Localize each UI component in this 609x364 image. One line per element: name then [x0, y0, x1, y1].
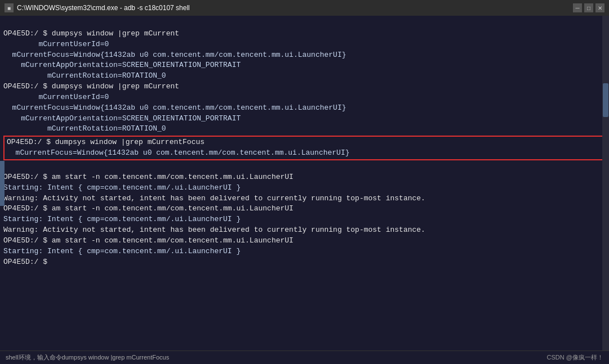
line-13: OP4E5D:/ $ am start -n com.tencent.mm/co…: [3, 173, 294, 181]
scrollbar-vertical[interactable]: [602, 16, 609, 350]
line-20: Starting: Intent { cmp=com.tencent.mm/.u…: [3, 247, 241, 255]
line-4: mCurrentAppOrientation=SCREEN_ORIENTATIO…: [3, 61, 241, 69]
title-bar-text: C:\WINDOWS\system32\cmd.exe - adb -s c18…: [17, 4, 570, 12]
title-bar: ■ C:\WINDOWS\system32\cmd.exe - adb -s c…: [0, 0, 609, 16]
scrollbar-thumb[interactable]: [603, 83, 608, 117]
close-button[interactable]: ✕: [595, 3, 604, 12]
window-icon: ■: [5, 3, 14, 12]
line-11: OP4E5D:/ $ dumpsys window |grep mCurrent…: [7, 138, 205, 146]
scrollbar-left-indicator: [0, 161, 5, 206]
line-12: mCurrentFocus=Window{11432ab u0 com.tenc…: [7, 149, 350, 157]
title-bar-controls: ─ □ ✕: [573, 3, 604, 12]
maximize-button[interactable]: □: [584, 3, 593, 12]
line-6: OP4E5D:/ $ dumpsys window |grep mCurrent: [3, 82, 179, 91]
status-hint: shell环境，输入命令dumpsys window |grep mCurren…: [6, 353, 547, 362]
watermark: CSDN @像疯一样！: [547, 353, 603, 362]
terminal-content: OP4E5D:/ $ dumpsys window |grep mCurrent…: [3, 18, 606, 278]
line-3: mCurrentFocus=Window{11432ab u0 com.tenc…: [3, 51, 346, 59]
line-16: OP4E5D:/ $ am start -n com.tencent.mm/co…: [3, 204, 294, 213]
line-15: Warning: Activity not started, intent ha…: [3, 194, 425, 203]
line-8: mCurrentFocus=Window{11432ab u0 com.tenc…: [3, 104, 346, 112]
line-21: OP4E5D:/ $: [3, 258, 47, 266]
line-1: OP4E5D:/ $ dumpsys window |grep mCurrent: [3, 29, 179, 38]
line-19: OP4E5D:/ $ am start -n com.tencent.mm/co…: [3, 236, 294, 245]
line-14: Starting: Intent { cmp=com.tencent.mm/.u…: [3, 183, 241, 192]
line-7: mCurrentUserId=0: [3, 93, 109, 101]
line-5: mCurrentRotation=ROTATION_0: [3, 71, 166, 80]
line-10: mCurrentRotation=ROTATION_0: [3, 124, 166, 133]
window: ■ C:\WINDOWS\system32\cmd.exe - adb -s c…: [0, 0, 609, 364]
line-2: mCurrentUserId=0: [3, 40, 109, 48]
line-18: Warning: Activity not started, intent ha…: [3, 226, 425, 234]
line-17: Starting: Intent { cmp=com.tencent.mm/.u…: [3, 215, 241, 223]
status-bar: shell环境，输入命令dumpsys window |grep mCurren…: [0, 350, 609, 364]
highlighted-block: OP4E5D:/ $ dumpsys window |grep mCurrent…: [3, 136, 606, 160]
line-9: mCurrentAppOrientation=SCREEN_ORIENTATIO…: [3, 114, 241, 123]
terminal-body[interactable]: OP4E5D:/ $ dumpsys window |grep mCurrent…: [0, 16, 609, 350]
minimize-button[interactable]: ─: [573, 3, 582, 12]
